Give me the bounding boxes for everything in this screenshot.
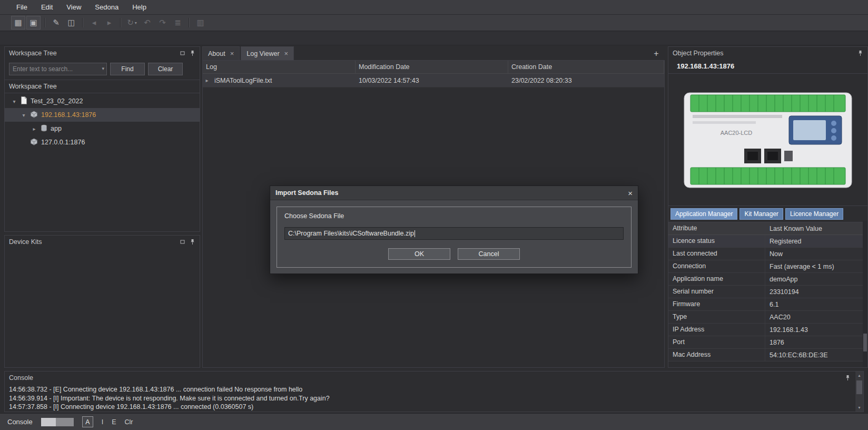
menu-sedona[interactable]: Sedona	[88, 0, 125, 15]
object-properties-panel: Object Properties 192.168.1.43:1876 AAC2…	[668, 46, 868, 368]
tree-node-localhost[interactable]: 127.0.0.1:1876	[5, 135, 200, 149]
property-attribute: Port	[668, 336, 765, 348]
restore-panel-icon[interactable]	[180, 51, 185, 56]
property-row-type[interactable]: Type AAC20	[668, 311, 867, 324]
choose-file-label: Choose Sedona File	[284, 212, 624, 220]
tree-node-label: Test_23_02_2022	[31, 97, 83, 105]
property-row-serial-number[interactable]: Serial number 23310194	[668, 286, 867, 298]
pin-icon[interactable]	[190, 239, 195, 245]
column-header-creation-date[interactable]: Creation Date	[508, 61, 664, 73]
filter-all-button[interactable]: A	[82, 416, 93, 427]
device-image: AAC20-LCD	[681, 82, 855, 197]
property-attribute: Licence status	[668, 235, 765, 247]
application-manager-button[interactable]: Application Manager	[670, 208, 737, 220]
property-row-connection[interactable]: Connection Fast (average < 1 ms)	[668, 260, 867, 273]
choose-file-groupbox: Choose Sedona File C:\Program Files\kits…	[277, 207, 632, 268]
column-header-log[interactable]: Log	[203, 61, 356, 73]
file-path-input[interactable]: C:\Program Files\kits\iCSoftwareBundle.z…	[284, 227, 624, 240]
expander-icon[interactable]: ▾	[21, 112, 27, 118]
pin-icon[interactable]	[190, 50, 195, 56]
property-row-application-name[interactable]: Application name demoApp	[668, 273, 867, 286]
redo-icon[interactable]: ↷	[155, 16, 170, 30]
property-sheet-icon[interactable]: ◫	[64, 16, 78, 30]
dialog-title: Import Sedona Files	[275, 189, 338, 197]
property-attribute: Mac Address	[668, 349, 765, 361]
property-row-port[interactable]: Port 1876	[668, 336, 867, 349]
tree-node-device[interactable]: ▾ 192.168.1.43:1876	[5, 108, 200, 122]
tab-about[interactable]: About ×	[202, 46, 240, 60]
licence-manager-button[interactable]: Licence Manager	[785, 208, 843, 220]
ok-button[interactable]: OK	[388, 248, 450, 260]
clear-button[interactable]: Clear	[148, 63, 183, 75]
log-table-row[interactable]: ▸ iSMAToolLogFile.txt 10/03/2022 14:57:4…	[203, 74, 664, 87]
tree-node-app[interactable]: ▸ app	[5, 122, 200, 135]
workspace-layout-icon[interactable]: ▦	[11, 16, 25, 30]
scroll-up-icon[interactable]: ▲	[855, 372, 863, 379]
scrollbar-thumb[interactable]	[856, 380, 862, 394]
property-row-firmware[interactable]: Firmware 6.1	[668, 298, 867, 311]
menu-view[interactable]: View	[60, 0, 88, 15]
tree-node-project[interactable]: ▾ Test_23_02_2022	[5, 94, 200, 108]
find-button[interactable]: Find	[110, 63, 145, 75]
log-modification-date: 10/03/2022 14:57:43	[356, 77, 508, 84]
save-layout-icon[interactable]: ▣	[26, 16, 41, 30]
console-scrollbar[interactable]: ▲ ▼	[855, 372, 863, 412]
expander-icon[interactable]: ▸	[31, 126, 37, 132]
clear-console-button[interactable]: Clr	[125, 418, 133, 426]
menu-edit[interactable]: Edit	[34, 0, 60, 15]
property-attribute: Connection	[668, 260, 765, 272]
back-icon[interactable]: ◂	[87, 16, 101, 30]
chevron-down-icon[interactable]: ▾	[102, 66, 104, 71]
pin-icon[interactable]	[845, 375, 851, 381]
cancel-button[interactable]: Cancel	[458, 248, 520, 260]
toolbar-separator	[82, 18, 83, 27]
expander-icon[interactable]: ▾	[11, 99, 17, 104]
expander-icon[interactable]: ▸	[203, 77, 211, 83]
property-row-last-connected[interactable]: Last connected Now	[668, 248, 867, 260]
tab-close-icon[interactable]: ×	[230, 50, 234, 57]
filter-error-button[interactable]: E	[112, 418, 116, 426]
undo-icon[interactable]: ↶	[140, 16, 154, 30]
scrollbar-thumb[interactable]	[863, 334, 867, 351]
object-properties-header: Object Properties	[668, 47, 867, 60]
column-header-last-known-value: Last Known Value	[765, 225, 867, 232]
property-value: demoApp	[765, 276, 867, 283]
tab-close-icon[interactable]: ×	[284, 50, 289, 57]
console-line: 14:56:38.732 - [E] Connecting device 192…	[9, 385, 853, 394]
device-model-label: AAC20-LCD	[721, 130, 753, 136]
filter-info-button[interactable]: I	[102, 418, 103, 426]
property-row-licence-status[interactable]: Licence status Registered	[668, 235, 867, 248]
list-icon[interactable]: ≣	[171, 16, 185, 30]
menu-help[interactable]: Help	[125, 0, 153, 15]
workspace-tree: ▾ Test_23_02_2022 ▾ 192.168.1.43:1876 ▸ …	[5, 93, 200, 149]
forward-icon[interactable]: ▸	[102, 16, 116, 30]
dialog-close-icon[interactable]: ×	[628, 189, 633, 198]
history-icon[interactable]: ↻ ▾	[125, 16, 139, 30]
dialog-titlebar[interactable]: Import Sedona Files ×	[270, 186, 638, 200]
progress-fill	[41, 418, 56, 426]
wiresheet-icon[interactable]: ✎	[49, 16, 63, 30]
text-caret	[415, 230, 415, 237]
property-attribute: Firmware	[668, 298, 765, 310]
properties-scrollbar[interactable]	[863, 221, 867, 367]
device-cube-icon	[30, 138, 38, 147]
manager-buttons-row: Application Manager Kit Manager Licence …	[668, 206, 867, 222]
kit-manager-button[interactable]: Kit Manager	[739, 208, 783, 220]
column-header-modification-date[interactable]: Modification Date	[356, 61, 508, 73]
chevron-down-icon: ▾	[135, 21, 137, 25]
property-row-ip-address[interactable]: IP Address 192.168.1.43	[668, 324, 867, 336]
tab-log-viewer[interactable]: Log Viewer ×	[241, 46, 294, 60]
property-value: 54:10:EC:6B:DE:3E	[765, 351, 867, 359]
menu-file[interactable]: File	[9, 0, 34, 15]
restore-panel-icon[interactable]	[180, 239, 185, 245]
property-attribute: Type	[668, 311, 765, 323]
statusbar-console-label: Console	[7, 418, 33, 426]
property-value: Now	[765, 250, 867, 258]
property-row-mac-address[interactable]: Mac Address 54:10:EC:6B:DE:3E	[668, 349, 867, 361]
deploy-icon[interactable]: ▥	[193, 16, 208, 30]
search-input[interactable]	[9, 63, 107, 75]
property-value: 1876	[765, 339, 867, 346]
add-tab-button[interactable]: +	[651, 49, 662, 58]
pin-icon[interactable]	[857, 50, 863, 56]
scroll-down-icon[interactable]: ▼	[855, 404, 863, 412]
